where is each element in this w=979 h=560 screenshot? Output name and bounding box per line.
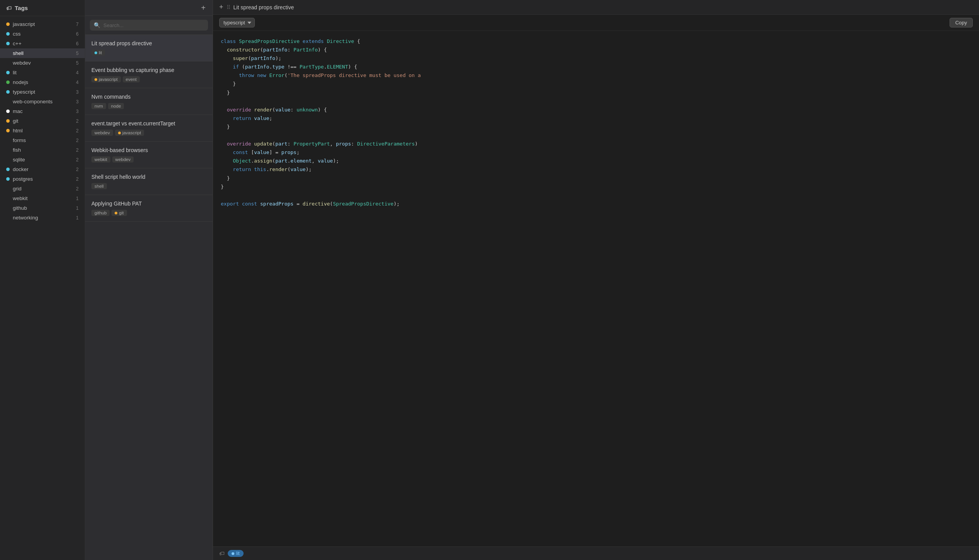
- sidebar-item-postgres[interactable]: postgres2: [0, 174, 85, 184]
- search-input[interactable]: [103, 22, 204, 28]
- code-area[interactable]: class SpreadPropsDirective extends Direc…: [213, 31, 979, 546]
- sidebar-count-shell: 5: [76, 51, 79, 56]
- editor-add-icon[interactable]: +: [219, 3, 223, 11]
- sidebar-label-docker: docker: [13, 166, 29, 172]
- tag-badge-label-git: git: [119, 211, 124, 215]
- copy-button[interactable]: Copy: [950, 18, 973, 27]
- sidebar-label-forms: forms: [13, 137, 26, 143]
- sidebar-item-sqlite[interactable]: sqlite2: [0, 155, 85, 164]
- footer-badge-dot: [232, 552, 234, 555]
- snippet-item-github-pat[interactable]: Applying GitHub PATgithubgit: [85, 195, 213, 222]
- tag-badge-javascript: javascript: [91, 76, 121, 82]
- language-select[interactable]: typescriptjavascriptpythonshellhtmlcss: [219, 18, 255, 27]
- sidebar-item-forms[interactable]: forms2: [0, 135, 85, 145]
- sidebar-dot-nodejs: [6, 80, 10, 84]
- sidebar-label-nodejs: nodejs: [13, 79, 28, 85]
- tag-badge-label-javascript: javascript: [99, 77, 118, 82]
- sidebar-count-fish: 2: [76, 147, 79, 153]
- sidebar-label-git: git: [13, 118, 18, 124]
- editor-footer: 🏷 lit: [213, 546, 979, 560]
- tag-badge-dot-git: [115, 212, 117, 214]
- sidebar-item-fish[interactable]: fish2: [0, 145, 85, 155]
- sidebar-item-lit[interactable]: lit4: [0, 68, 85, 77]
- sidebar-item-docker[interactable]: docker2: [0, 164, 85, 174]
- sidebar-item-web-components[interactable]: web-components3: [0, 97, 85, 106]
- sidebar-dot-git: [6, 119, 10, 123]
- sidebar-label-mac: mac: [13, 108, 23, 114]
- tag-icon: 🏷: [6, 5, 12, 11]
- sidebar-dot-lit: [6, 71, 10, 74]
- sidebar-item-webkit[interactable]: webkit1: [0, 194, 85, 203]
- sidebar-label-grid: grid: [13, 186, 22, 192]
- tag-badge-webdev: webdev: [91, 130, 113, 136]
- snippet-item-nvm-commands[interactable]: Nvm commandsnvmnode: [85, 88, 213, 115]
- sidebar-count-cpp: 6: [76, 41, 79, 46]
- sidebar-count-forms: 2: [76, 138, 79, 143]
- sidebar-count-css: 6: [76, 31, 79, 37]
- sidebar-label-css: css: [13, 31, 21, 37]
- snippets-panel-header: +: [85, 0, 213, 16]
- sidebar-label-networking: networking: [13, 215, 38, 221]
- sidebar-label-fish: fish: [13, 147, 21, 153]
- sidebar-count-postgres: 2: [76, 176, 79, 182]
- snippet-tags-event-target: webdevjavascript: [91, 130, 206, 136]
- sidebar-item-javascript[interactable]: javascript7: [0, 19, 85, 29]
- sidebar-item-shell[interactable]: shell5: [0, 48, 85, 58]
- tag-badge-dot-lit: [94, 51, 97, 54]
- sidebar-label-html: html: [13, 128, 23, 134]
- tag-badge-node: node: [108, 103, 124, 109]
- sidebar-item-github[interactable]: github1: [0, 203, 85, 213]
- sidebar-item-mac[interactable]: mac3: [0, 106, 85, 116]
- sidebar-count-lit: 4: [76, 70, 79, 75]
- sidebar-label-typescript: typescript: [13, 89, 35, 95]
- sidebar-dot-postgres: [6, 177, 10, 181]
- search-input-wrap: 🔍: [90, 20, 208, 31]
- sidebar-label-cpp: c++: [13, 41, 22, 46]
- sidebar-item-css[interactable]: css6: [0, 29, 85, 39]
- add-snippet-button[interactable]: +: [199, 3, 208, 12]
- tag-badge-git: git: [112, 210, 127, 216]
- snippet-title-shell-hello: Shell script hello world: [91, 174, 206, 180]
- editor-toolbar: typescriptjavascriptpythonshellhtmlcss C…: [213, 15, 979, 31]
- sidebar-item-cpp[interactable]: c++6: [0, 39, 85, 48]
- tag-badge-label-webdev: webdev: [115, 157, 131, 162]
- sidebar-count-networking: 1: [76, 215, 79, 221]
- snippet-item-lit-spread[interactable]: Lit spread props directivelit: [85, 35, 213, 62]
- snippet-item-event-bubbling[interactable]: Event bubbling vs capturing phasejavascr…: [85, 62, 213, 88]
- sidebar-count-git: 2: [76, 118, 79, 124]
- sidebar-item-webdev[interactable]: webdev5: [0, 58, 85, 68]
- tag-badge-label-lit: lit: [99, 50, 102, 55]
- tag-badge-dot-javascript: [118, 132, 121, 134]
- sidebar-label-webkit: webkit: [13, 195, 27, 201]
- snippet-item-shell-hello[interactable]: Shell script hello worldshell: [85, 168, 213, 195]
- sidebar-dot-mac: [6, 110, 10, 113]
- sidebar-count-grid: 2: [76, 186, 79, 192]
- sidebar-count-webdev: 5: [76, 60, 79, 66]
- sidebar-item-nodejs[interactable]: nodejs4: [0, 77, 85, 87]
- sidebar-item-html[interactable]: html2: [0, 126, 85, 135]
- sidebar-label-shell: shell: [13, 50, 24, 56]
- tag-badge-label-node: node: [111, 104, 121, 108]
- sidebar-item-grid[interactable]: grid2: [0, 184, 85, 194]
- sidebar-count-sqlite: 2: [76, 157, 79, 163]
- sidebar-dot-typescript: [6, 90, 10, 94]
- snippet-title-event-target: event.target vs event.currentTarget: [91, 120, 206, 127]
- sidebar-count-webkit: 1: [76, 196, 79, 201]
- tag-badge-label-webkit: webkit: [94, 157, 107, 162]
- sidebar-item-networking[interactable]: networking1: [0, 213, 85, 223]
- tag-badge-event: event: [123, 76, 140, 82]
- sidebar-item-typescript[interactable]: typescript3: [0, 87, 85, 97]
- snippet-title-lit-spread: Lit spread props directive: [91, 40, 206, 46]
- snippet-item-webkit-browsers[interactable]: Webkit-based browserswebkitwebdev: [85, 142, 213, 168]
- sidebar-dot-javascript: [6, 22, 10, 26]
- sidebar-dot-cpp: [6, 42, 10, 45]
- snippet-tags-event-bubbling: javascriptevent: [91, 76, 206, 82]
- sidebar-title: Tags: [15, 5, 28, 11]
- footer-tag-badge[interactable]: lit: [228, 550, 244, 557]
- snippet-item-event-target[interactable]: event.target vs event.currentTargetwebde…: [85, 115, 213, 142]
- sidebar-label-webdev: webdev: [13, 60, 31, 66]
- tag-badge-shell: shell: [91, 183, 107, 189]
- sidebar-item-git[interactable]: git2: [0, 116, 85, 126]
- sidebar-label-postgres: postgres: [13, 176, 33, 182]
- snippet-title-webkit-browsers: Webkit-based browsers: [91, 147, 206, 153]
